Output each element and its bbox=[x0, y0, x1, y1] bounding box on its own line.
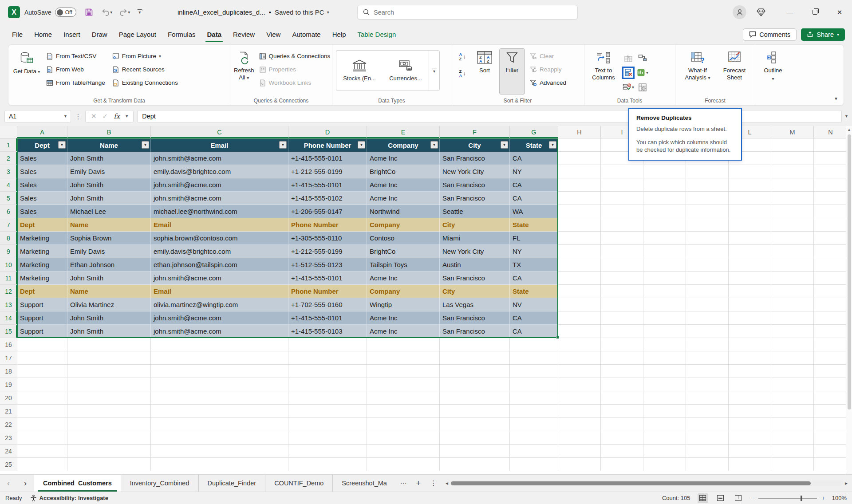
tab-data[interactable]: Data bbox=[201, 27, 227, 42]
cell[interactable] bbox=[558, 232, 601, 245]
zoom-track[interactable] bbox=[758, 498, 817, 499]
cell[interactable] bbox=[643, 245, 686, 258]
cell[interactable] bbox=[601, 445, 643, 458]
cell[interactable] bbox=[771, 418, 814, 431]
cell[interactable]: Wingtip bbox=[367, 298, 440, 311]
cell[interactable] bbox=[643, 218, 686, 232]
cell[interactable] bbox=[67, 365, 151, 378]
zoom-thumb[interactable] bbox=[801, 496, 802, 501]
cell[interactable] bbox=[67, 431, 151, 445]
cell[interactable] bbox=[643, 351, 686, 365]
cell[interactable] bbox=[558, 218, 601, 232]
cell[interactable]: +1-212-555-0199 bbox=[288, 165, 367, 178]
restore-button[interactable] bbox=[802, 0, 827, 24]
cell[interactable] bbox=[686, 165, 729, 178]
row-header-13[interactable]: 13 bbox=[0, 298, 17, 311]
cell[interactable] bbox=[686, 431, 729, 445]
from-picture-button[interactable]: From Picture▾ bbox=[110, 50, 180, 62]
cell[interactable]: Email bbox=[151, 285, 288, 298]
cell[interactable]: John Smith bbox=[67, 178, 151, 192]
cell[interactable] bbox=[288, 405, 367, 418]
cell[interactable] bbox=[67, 405, 151, 418]
cell[interactable] bbox=[729, 192, 771, 205]
tab-draw[interactable]: Draw bbox=[86, 27, 113, 42]
cell[interactable] bbox=[814, 405, 848, 418]
search-input[interactable] bbox=[374, 9, 551, 16]
cell[interactable] bbox=[17, 431, 67, 445]
cell[interactable]: Seattle bbox=[440, 205, 510, 218]
cell[interactable] bbox=[440, 405, 510, 418]
cell[interactable] bbox=[771, 351, 814, 365]
cell[interactable] bbox=[643, 178, 686, 192]
cell[interactable] bbox=[558, 378, 601, 391]
cell[interactable] bbox=[814, 192, 848, 205]
cell[interactable] bbox=[686, 232, 729, 245]
cell[interactable]: +1-212-555-0199 bbox=[288, 245, 367, 258]
cell[interactable] bbox=[814, 298, 848, 311]
column-header-M[interactable]: M bbox=[771, 126, 814, 138]
horizontal-scrollbar[interactable]: ◂ ▸ bbox=[446, 475, 848, 492]
cell[interactable]: City bbox=[440, 218, 510, 232]
cell[interactable] bbox=[771, 431, 814, 445]
minimize-button[interactable]: — bbox=[777, 0, 802, 24]
cell[interactable]: State bbox=[510, 285, 558, 298]
cell[interactable] bbox=[288, 418, 367, 431]
cell[interactable] bbox=[601, 285, 643, 298]
zoom-in-button[interactable]: + bbox=[821, 495, 825, 501]
collapse-ribbon-button[interactable]: ▾ bbox=[835, 95, 837, 102]
cell[interactable] bbox=[151, 351, 288, 365]
cell[interactable]: Emily Davis bbox=[67, 165, 151, 178]
cell[interactable] bbox=[814, 165, 848, 178]
cell[interactable] bbox=[510, 378, 558, 391]
cell[interactable]: State▾ bbox=[510, 138, 558, 152]
cell[interactable] bbox=[686, 311, 729, 325]
cell[interactable] bbox=[558, 405, 601, 418]
cell[interactable]: John Smith bbox=[67, 311, 151, 325]
cell[interactable]: Miami bbox=[440, 232, 510, 245]
customize-quick-access-button[interactable]: ▾ bbox=[137, 9, 143, 16]
cell[interactable] bbox=[601, 325, 643, 338]
cell[interactable] bbox=[814, 218, 848, 232]
cell[interactable]: Name▾ bbox=[67, 138, 151, 152]
cell[interactable] bbox=[771, 218, 814, 232]
cell[interactable] bbox=[686, 192, 729, 205]
cell[interactable] bbox=[367, 405, 440, 418]
sheet-tab-countif-demo[interactable]: COUNTIF_Demo bbox=[265, 475, 333, 492]
cell[interactable] bbox=[601, 365, 643, 378]
cell[interactable]: Contoso bbox=[367, 232, 440, 245]
cell[interactable] bbox=[686, 365, 729, 378]
clear-filter-button[interactable]: Clear bbox=[528, 50, 568, 62]
cell[interactable] bbox=[510, 458, 558, 471]
cell[interactable] bbox=[601, 351, 643, 365]
cell[interactable] bbox=[17, 338, 67, 351]
cell[interactable] bbox=[367, 445, 440, 458]
cell[interactable] bbox=[729, 285, 771, 298]
cell[interactable] bbox=[643, 458, 686, 471]
cell[interactable] bbox=[771, 405, 814, 418]
tab-review[interactable]: Review bbox=[227, 27, 260, 42]
cell[interactable] bbox=[558, 365, 601, 378]
from-web-button[interactable]: From Web bbox=[44, 63, 107, 75]
cell[interactable] bbox=[643, 338, 686, 351]
cell[interactable] bbox=[729, 165, 771, 178]
cell[interactable] bbox=[686, 391, 729, 405]
cell[interactable] bbox=[367, 378, 440, 391]
cell[interactable] bbox=[67, 391, 151, 405]
row-header-11[interactable]: 11 bbox=[0, 272, 17, 285]
cell[interactable]: Marketing bbox=[17, 272, 67, 285]
cell[interactable] bbox=[643, 431, 686, 445]
data-type-stocks[interactable]: Stocks (En... bbox=[336, 51, 383, 91]
account-avatar[interactable] bbox=[733, 5, 746, 19]
cell[interactable]: CA bbox=[510, 325, 558, 338]
cell[interactable] bbox=[601, 232, 643, 245]
cell[interactable] bbox=[558, 445, 601, 458]
filter-button[interactable]: ▾ bbox=[358, 141, 365, 149]
remove-duplicates-button[interactable] bbox=[622, 67, 635, 79]
cell[interactable] bbox=[601, 272, 643, 285]
cell[interactable]: john.smith@acme.com bbox=[151, 311, 288, 325]
cell[interactable] bbox=[729, 431, 771, 445]
cell[interactable] bbox=[558, 338, 601, 351]
manage-data-model-icon[interactable] bbox=[638, 83, 647, 92]
tab-home[interactable]: Home bbox=[28, 27, 58, 42]
from-text-csv-button[interactable]: From Text/CSV bbox=[44, 50, 107, 62]
